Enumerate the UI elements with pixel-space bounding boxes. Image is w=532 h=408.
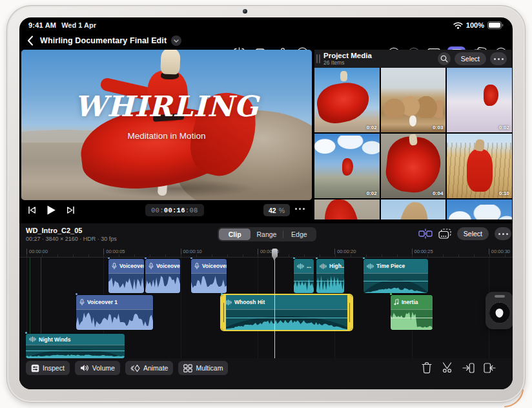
tab-edge[interactable]: Edge xyxy=(283,229,315,240)
clip-label: Voiceover 3 xyxy=(202,263,227,269)
media-thumbnail[interactable]: 0:04 xyxy=(381,134,446,198)
clip-label: Time Piece xyxy=(376,263,405,269)
mic-icon xyxy=(194,263,200,270)
mic-icon xyxy=(112,263,117,270)
volume-line[interactable] xyxy=(26,351,125,351)
thumb-duration: 0:02 xyxy=(367,190,377,196)
grid-line xyxy=(181,258,181,358)
clip-label: Voiceover 2 xyxy=(119,263,144,269)
split-clip-icon[interactable] xyxy=(441,362,453,374)
media-thumbnail[interactable] xyxy=(381,199,446,219)
timecode-display[interactable]: 00:00:16:08 xyxy=(145,204,204,216)
timeline-clip[interactable]: Whoosh Hit xyxy=(221,295,352,330)
media-thumbnail[interactable] xyxy=(314,199,380,219)
panel-drag-handle[interactable] xyxy=(316,54,320,63)
animate-label: Animate xyxy=(143,364,169,372)
timeline-clip[interactable]: Voiceover 1 xyxy=(76,295,153,330)
status-time: 9:41 AM xyxy=(28,21,56,29)
inspect-button[interactable]: Inspect xyxy=(26,361,70,375)
clip-label: Voiceover 2 xyxy=(156,263,180,269)
skip-back-icon[interactable] xyxy=(28,206,36,214)
project-title[interactable]: Whirling Documentary Final Edit xyxy=(40,36,167,45)
volume-line[interactable] xyxy=(391,318,433,318)
timeline-more-icon[interactable] xyxy=(495,227,511,240)
chevron-down-icon[interactable] xyxy=(171,36,181,46)
transport-bar: 00:00:16:08 42 % xyxy=(21,201,312,219)
ruler-label: 00:00:00 xyxy=(26,249,48,254)
status-date: Wed 1 Apr xyxy=(61,21,96,29)
trim-handle-left[interactable] xyxy=(221,295,226,330)
project-media-title: Project Media xyxy=(323,52,372,60)
project-media-count: 26 Items xyxy=(323,60,372,66)
tab-range[interactable]: Range xyxy=(251,229,282,240)
project-media-header: Project Media 26 Items Select xyxy=(314,50,512,68)
jog-wheel[interactable] xyxy=(486,292,513,329)
viewer-zoom-control[interactable]: 42 % xyxy=(263,204,290,216)
jog-pointer xyxy=(496,309,504,318)
thumb-duration: 0:02 xyxy=(499,125,509,130)
volume-line[interactable] xyxy=(316,281,344,281)
media-more-icon[interactable] xyxy=(490,52,507,65)
media-thumbnail[interactable]: 0:02 xyxy=(314,68,380,132)
zoom-value: 42 xyxy=(269,207,276,214)
ruler-label: 00:00:10 xyxy=(181,249,202,254)
timeline-tracks[interactable]: Voiceover 2Voiceover 2Voiceover 3...High… xyxy=(19,258,513,358)
playhead-handle[interactable] xyxy=(272,249,278,258)
media-select-button[interactable]: Select xyxy=(455,52,486,65)
viewer-more-icon[interactable] xyxy=(295,208,305,210)
timecode-main: 00:16 xyxy=(164,207,185,214)
media-thumbnail[interactable]: 0:02 xyxy=(314,134,380,198)
timeline-ruler[interactable]: 00:00:0000:00:0500:00:1000:00:1500:00:20… xyxy=(19,247,513,258)
tab-clip[interactable]: Clip xyxy=(219,229,251,240)
clip-browser-icon[interactable] xyxy=(438,229,451,239)
media-thumbnail[interactable]: 0:02 xyxy=(447,68,512,132)
screen: 9:41 AM Wed 1 Apr 100% Whirling Doc xyxy=(19,17,513,389)
clip-label: Voiceover 1 xyxy=(87,299,118,305)
timeline-clip[interactable]: Inertia xyxy=(391,295,433,330)
trim-handle-right[interactable] xyxy=(347,295,352,330)
jog-dial[interactable] xyxy=(489,302,510,323)
volume-line[interactable] xyxy=(363,281,428,281)
timeline-footer: Inspect Volume Animate Multicam xyxy=(19,360,513,378)
timeline-clip[interactable]: High... xyxy=(316,259,344,293)
viewer-video-frame xyxy=(21,50,312,200)
clip-label: Night Winds xyxy=(39,336,71,343)
music-note-icon xyxy=(394,299,399,305)
timeline-project-meta: 00:27 · 3840 × 2160 · HDR · 30 fps xyxy=(26,236,117,242)
insert-clip-icon[interactable] xyxy=(462,363,475,373)
play-button[interactable] xyxy=(46,205,56,216)
timeline-clip[interactable]: ... xyxy=(294,259,314,293)
delete-icon[interactable] xyxy=(422,362,432,374)
media-thumbnail[interactable]: 0:10 xyxy=(447,134,512,198)
volume-button[interactable]: Volume xyxy=(75,361,120,375)
back-button[interactable] xyxy=(27,36,34,46)
timeline-select-button[interactable]: Select xyxy=(457,227,489,240)
media-thumbnail[interactable]: 0:03 xyxy=(381,68,446,132)
waveform-icon xyxy=(367,263,374,269)
jog-drag-bar[interactable] xyxy=(495,295,505,298)
volume-line[interactable] xyxy=(221,318,352,318)
multicam-button[interactable]: Multicam xyxy=(178,361,228,375)
viewer-overlay-subtitle: Meditation in Motion xyxy=(21,131,312,141)
timecode-frames: :08 xyxy=(185,207,198,214)
timeline-clip[interactable]: Voiceover 2 xyxy=(145,259,180,293)
battery-icon xyxy=(487,21,504,29)
overwrite-clip-icon[interactable] xyxy=(484,363,496,373)
ruler-label: 00:00:30 xyxy=(489,249,510,254)
search-icon[interactable] xyxy=(438,52,451,65)
clip-appearance-icon[interactable] xyxy=(418,229,433,239)
skip-forward-icon[interactable] xyxy=(66,206,75,214)
timeline-clip[interactable]: Voiceover 2 xyxy=(108,259,144,293)
playhead-line xyxy=(274,256,275,358)
media-grid: 0:020:030:020:020:040:10 xyxy=(314,68,512,219)
ruler-label: 00:00:25 xyxy=(412,249,433,254)
timeline-clip[interactable]: Voiceover 3 xyxy=(191,259,227,293)
thumb-figure xyxy=(342,158,353,176)
timeline-clip[interactable]: Time Piece xyxy=(363,259,428,293)
thumb-duration: 0:02 xyxy=(367,125,377,130)
viewer-overlay-title: WHIRLING xyxy=(21,90,312,123)
media-thumbnail[interactable] xyxy=(447,199,512,219)
animate-button[interactable]: Animate xyxy=(125,361,174,375)
volume-line[interactable] xyxy=(294,281,314,281)
timeline-clip[interactable]: Night Winds xyxy=(26,334,125,358)
